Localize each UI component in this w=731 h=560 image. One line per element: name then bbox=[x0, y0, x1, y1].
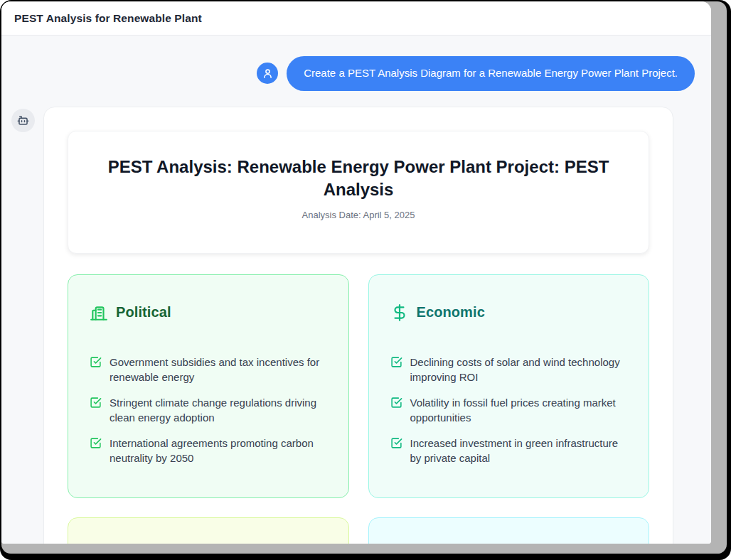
vertical-scrollbar-track[interactable] bbox=[711, 1, 727, 544]
analysis-result-card: PEST Analysis: Renewable Energy Power Pl… bbox=[43, 107, 673, 544]
building-icon bbox=[90, 303, 108, 322]
list-item: International agreements promoting carbo… bbox=[90, 436, 327, 465]
user-message-row: Create a PEST Analysis Diagram for a Ren… bbox=[1, 56, 695, 91]
check-square-icon bbox=[390, 356, 402, 368]
dollar-sign-icon bbox=[390, 303, 409, 322]
quadrant-card-technological: Technological bbox=[368, 517, 650, 544]
robot-icon bbox=[16, 114, 30, 127]
user-icon bbox=[262, 68, 274, 80]
analysis-title: PEST Analysis: Renewable Energy Power Pl… bbox=[101, 156, 616, 201]
check-square-icon bbox=[390, 437, 402, 449]
item-text: Stringent climate change regulations dri… bbox=[110, 395, 327, 425]
quadrant-card-political: Political Government subsidies and tax i… bbox=[68, 274, 349, 498]
quadrant-header: Economic bbox=[390, 303, 628, 322]
user-avatar bbox=[257, 63, 278, 84]
check-square-icon bbox=[90, 437, 102, 449]
quadrant-items: Declining costs of solar and wind techno… bbox=[390, 355, 628, 465]
title-bar: PEST Analysis for Renewable Plant bbox=[1, 1, 711, 36]
item-text: International agreements promoting carbo… bbox=[110, 436, 327, 465]
chat-area: Create a PEST Analysis Diagram for a Ren… bbox=[1, 36, 711, 544]
check-square-icon bbox=[90, 397, 102, 409]
quadrant-items: Government subsidies and tax incentives … bbox=[90, 355, 327, 465]
quadrant-card-social: Social bbox=[68, 517, 349, 544]
quadrant-card-economic: Economic Declining costs of solar and wi… bbox=[368, 274, 650, 498]
window-title: PEST Analysis for Renewable Plant bbox=[14, 12, 202, 25]
analysis-title-card: PEST Analysis: Renewable Energy Power Pl… bbox=[68, 131, 649, 254]
quadrant-label: Economic bbox=[417, 304, 485, 321]
quadrant-label: Political bbox=[116, 304, 171, 321]
check-square-icon bbox=[90, 356, 102, 368]
list-item: Volatility in fossil fuel prices creatin… bbox=[390, 395, 628, 425]
item-text: Volatility in fossil fuel prices creatin… bbox=[410, 395, 628, 425]
assistant-response-row: PEST Analysis: Renewable Energy Power Pl… bbox=[11, 107, 673, 544]
check-square-icon bbox=[390, 397, 402, 409]
user-message-bubble: Create a PEST Analysis Diagram for a Ren… bbox=[287, 56, 695, 91]
item-text: Government subsidies and tax incentives … bbox=[110, 355, 327, 384]
list-item: Stringent climate change regulations dri… bbox=[90, 395, 327, 425]
window-inner: PEST Analysis for Renewable Plant Create… bbox=[1, 1, 727, 554]
list-item: Government subsidies and tax incentives … bbox=[90, 355, 327, 384]
analysis-date: Analysis Date: April 5, 2025 bbox=[101, 210, 616, 220]
list-item: Increased investment in green infrastruc… bbox=[390, 436, 628, 465]
window-frame: PEST Analysis for Renewable Plant Create… bbox=[0, 0, 731, 560]
horizontal-scrollbar-track[interactable] bbox=[1, 544, 711, 554]
quadrant-grid: Political Government subsidies and tax i… bbox=[68, 274, 649, 544]
item-text: Increased investment in green infrastruc… bbox=[410, 436, 628, 465]
quadrant-header: Political bbox=[90, 303, 327, 322]
app-window: PEST Analysis for Renewable Plant Create… bbox=[1, 1, 711, 544]
bot-avatar bbox=[11, 109, 35, 132]
list-item: Declining costs of solar and wind techno… bbox=[390, 355, 628, 384]
item-text: Declining costs of solar and wind techno… bbox=[410, 355, 628, 384]
